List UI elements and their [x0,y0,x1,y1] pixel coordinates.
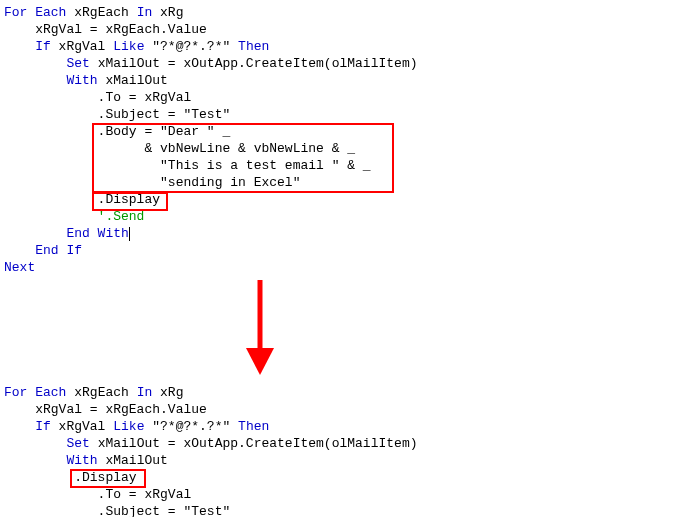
code-line: End With [4,225,693,242]
code-line: .Display [4,191,693,208]
code-line: .Subject = "Test" [4,503,693,517]
code-line: '.Send [4,208,693,225]
code-line: .To = xRgVal [4,486,693,503]
code-line: With xMailOut [4,452,693,469]
code-line: "sending in Excel" [4,174,693,191]
code-line: .To = xRgVal [4,89,693,106]
code-line: .Subject = "Test" [4,106,693,123]
code-line: If xRgVal Like "?*@?*.?*" Then [4,38,693,55]
spacer [4,276,693,384]
code-line: If xRgVal Like "?*@?*.?*" Then [4,418,693,435]
keyword: For Each [4,5,66,20]
code-line: .Body = "Dear " _ [4,123,693,140]
code-block-before: For Each xRgEach In xRg xRgVal = xRgEach… [4,4,693,276]
code-line: For Each xRgEach In xRg [4,4,693,21]
code-line: For Each xRgEach In xRg [4,384,693,401]
code-line: Set xMailOut = xOutApp.CreateItem(olMail… [4,435,693,452]
code-line: Next [4,259,693,276]
code-block-after: For Each xRgEach In xRg xRgVal = xRgEach… [4,384,693,517]
code-line: xRgVal = xRgEach.Value [4,401,693,418]
code-line: "This is a test email " & _ [4,157,693,174]
code-line: Set xMailOut = xOutApp.CreateItem(olMail… [4,55,693,72]
code-line: .Display [4,469,693,486]
code-line: End If [4,242,693,259]
comment: '.Send [4,209,144,224]
keyword: In [137,5,153,20]
code-line: & vbNewLine & vbNewLine & _ [4,140,693,157]
text-cursor [129,227,130,241]
code-line: xRgVal = xRgEach.Value [4,21,693,38]
code-line: With xMailOut [4,72,693,89]
